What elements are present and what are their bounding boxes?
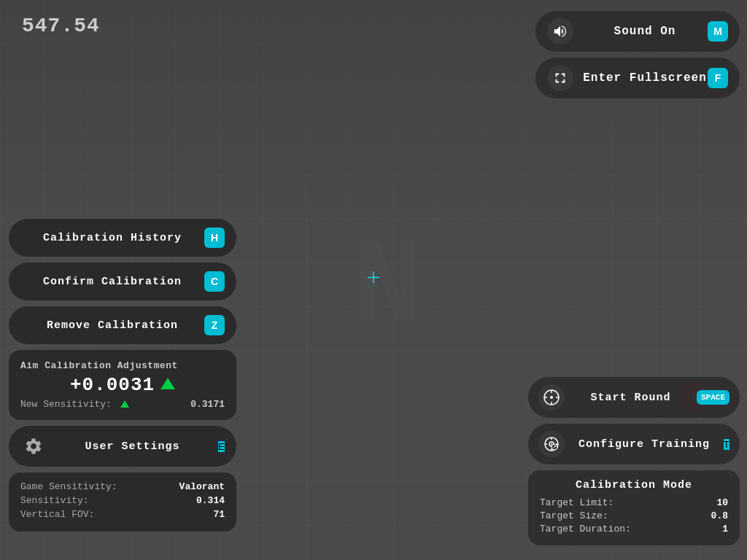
aim-up-arrow [160,378,175,389]
vertical-fov-row: Vertical FOV: 71 [20,509,225,520]
calibration-mode-panel: Calibration Mode Target Limit: 10 Target… [528,470,740,545]
aim-adjustment-value: +0.0031 [70,374,155,396]
start-round-label: Start Round [573,392,688,404]
user-settings-label: User Settings [55,440,209,453]
target-limit-row: Target Limit: 10 [540,497,728,508]
calibration-history-key: H [204,228,225,248]
sound-button[interactable]: Sound On M [535,11,740,52]
fullscreen-button[interactable]: Enter Fullscreen F [535,58,740,98]
sound-button-key: M [708,21,728,42]
calibration-history-label: Calibration History [20,232,204,244]
settings-gear-icon [20,433,47,459]
start-round-key: SPACE [697,390,729,405]
game-sensitivity-value: Valorant [179,481,225,492]
game-sensitivity-label: Game Sensitivity: [20,481,117,492]
fullscreen-button-key: F [708,68,728,88]
fullscreen-icon [547,65,573,91]
confirm-calibration-key: C [204,271,225,292]
sound-icon [547,18,573,44]
svg-point-10 [551,443,552,445]
bottom-right-panel: Start Round SPACE Configure Training T C… [528,377,740,545]
score-display: 547.54 [22,15,100,37]
configure-training-label: Configure Training [573,438,715,451]
sensitivity-label: New Sensitivity: [20,399,132,410]
aim-calibration-title: Aim Calibration Adjustment [20,360,225,371]
sensitivity-value: 0.3171 [190,399,225,410]
left-panel: Calibration History H Confirm Calibratio… [9,219,236,532]
sensitivity-row-value: 0.314 [196,495,225,506]
user-settings-button[interactable]: User Settings E [9,426,236,467]
sens-up-arrow [120,400,129,408]
target-limit-label: Target Limit: [540,497,614,508]
calibration-mode-title: Calibration Mode [540,479,728,491]
crosshair [365,269,382,292]
aim-sensitivity-row: New Sensitivity: 0.3171 [20,399,225,410]
confirm-calibration-button[interactable]: Confirm Calibration C [9,262,236,300]
start-round-icon [538,384,565,411]
sensitivity-row: Sensitivity: 0.314 [20,495,225,506]
start-round-button[interactable]: Start Round SPACE [528,377,740,418]
target-size-row: Target Size: 0.8 [540,510,728,521]
aim-calibration-box: Aim Calibration Adjustment +0.0031 New S… [9,350,236,420]
configure-training-key: T [724,439,729,450]
top-right-panel: Sound On M Enter Fullscreen F [535,11,740,98]
configure-training-button[interactable]: Configure Training T [528,424,740,464]
target-duration-row: Target Duration: 1 [540,524,728,534]
remove-calibration-key: Z [204,315,225,335]
target-duration-value: 1 [722,524,728,534]
fullscreen-button-label: Enter Fullscreen [582,71,708,85]
target-limit-value: 10 [716,497,728,508]
user-settings-expanded: Game Sensitivity: Valorant Sensitivity: … [9,472,236,532]
center-logo: N [352,221,422,353]
target-size-value: 0.8 [711,510,728,521]
target-duration-label: Target Duration: [540,524,631,534]
vertical-fov-label: Vertical FOV: [20,509,94,520]
game-sensitivity-row: Game Sensitivity: Valorant [20,481,225,492]
sensitivity-row-label: Sensitivity: [20,495,89,506]
confirm-calibration-label: Confirm Calibration [20,276,204,288]
sound-button-label: Sound On [582,25,708,38]
target-size-label: Target Size: [540,510,608,521]
calibration-history-button[interactable]: Calibration History H [9,219,236,257]
vertical-fov-value: 71 [213,509,225,520]
remove-calibration-button[interactable]: Remove Calibration Z [9,306,236,344]
user-settings-key: E [218,441,225,452]
aim-adjustment-row: +0.0031 [20,374,225,396]
configure-training-icon [538,431,565,457]
remove-calibration-label: Remove Calibration [20,319,204,332]
svg-point-3 [550,396,553,399]
